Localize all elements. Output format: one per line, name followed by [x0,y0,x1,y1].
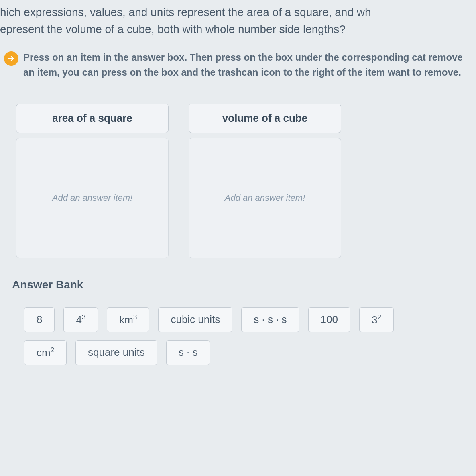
instruction-text: Press on an item in the answer box. Then… [23,50,476,80]
category-header-area: area of a square [16,104,169,133]
categories-row: area of a square Add an answer item! vol… [0,92,476,258]
category-volume-cube: volume of a cube Add an answer item! [189,104,341,258]
drop-placeholder: Add an answer item! [52,193,133,203]
answer-bank-section: Answer Bank 843km3cubic unitss · s · s10… [0,258,476,365]
bank-item[interactable]: 32 [359,307,394,332]
category-area-square: area of a square Add an answer item! [16,104,169,258]
drop-zone-area[interactable]: Add an answer item! [16,138,169,258]
bank-item[interactable]: square units [75,340,157,365]
question-text: hich expressions, values, and units repr… [0,0,476,46]
drop-zone-volume[interactable]: Add an answer item! [189,138,341,258]
bank-row-2: cm2square unitss · s [12,340,476,365]
bank-item[interactable]: 43 [63,307,98,332]
drop-placeholder: Add an answer item! [225,193,305,203]
bank-item[interactable]: cm2 [24,340,67,365]
answer-bank-title: Answer Bank [12,278,476,291]
bank-row-1: 843km3cubic unitss · s · s10032 [12,307,476,332]
bank-item[interactable]: s · s [166,340,210,365]
instruction-block: Press on an item in the answer box. Then… [0,46,476,92]
bank-item[interactable]: s · s · s [241,307,299,332]
category-header-volume: volume of a cube [189,104,341,133]
bank-item[interactable]: 100 [308,307,350,332]
arrow-right-icon [4,51,18,66]
bank-item[interactable]: 8 [24,307,55,332]
bank-item[interactable]: km3 [107,307,149,332]
bank-item[interactable]: cubic units [158,307,232,332]
